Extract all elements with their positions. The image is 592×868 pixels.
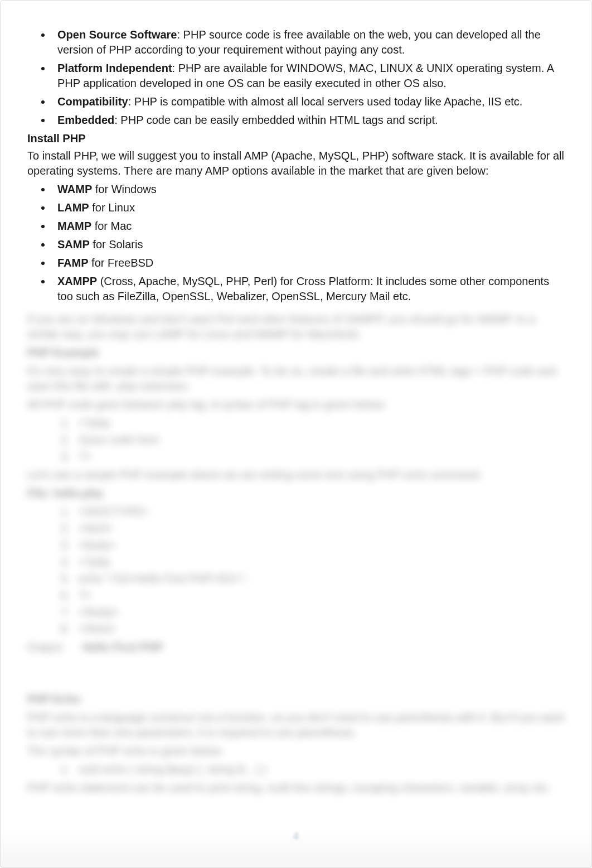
file-name: File: hello.php [27,486,565,501]
code-line: echo "<h2>Hello First PHP</h2>"; [73,571,565,586]
feature-item: Embedded: PHP code can be easily embedde… [52,113,565,128]
code-line: //your code here [73,432,565,447]
output-value: Hello First PHP [83,641,163,653]
code-block-2: <!DOCTYPE> <html> <body> <?php echo "<h2… [27,504,565,636]
code-line: ?> [73,588,565,603]
bl-text: PHP echo is a language construct not a f… [27,710,565,740]
feature-bold: Compatibility [57,95,128,108]
code-line: <body> [73,538,565,553]
feature-item: Open Source Software: PHP source code is… [52,27,565,57]
feature-bold: Embedded [57,114,114,126]
amp-item: WAMP for Windows [52,182,565,197]
document-page: Open Source Software: PHP source code is… [0,0,592,868]
code-line: void echo ( string $arg1 [, string $... … [73,762,565,777]
feature-item: Platform Independent: PHP are available … [52,61,565,91]
amp-item: XAMPP (Cross, Apache, MySQL, PHP, Perl) … [52,274,565,304]
page-content: Open Source Software: PHP source code is… [27,27,565,795]
code-line: <?php [73,554,565,570]
code-line: ?> [73,449,565,464]
features-list: Open Source Software: PHP source code is… [27,27,565,128]
feature-bold: Open Source Software [57,28,177,41]
code-line: <?php [73,416,565,431]
bl-text: All PHP code goes between php tag. A syn… [27,397,565,412]
code-line: <html> [73,521,565,536]
bl-note: If you are on Windows and don't want Per… [27,312,565,342]
php-echo-heading: PHP Echo [27,692,565,707]
code-line: <!DOCTYPE> [73,504,565,519]
code-line: </body> [73,605,565,620]
php-example-heading: PHP Example [27,345,565,360]
feature-rest: : PHP code can be easily embedded within… [114,114,438,126]
feature-item: Compatibility: PHP is compatible with al… [52,94,565,109]
amp-item: FAMP for FreeBSD [52,255,565,271]
bl-text: It's very easy to create a simple PHP ex… [27,364,565,394]
amp-item: MAMP for Mac [52,219,565,234]
bl-text: Let's see a simple PHP example where we … [27,467,565,483]
code-line: </html> [73,621,565,636]
bl-text: The syntax of PHP echo is given below: [27,744,565,759]
amp-item: SAMP for Solaris [52,237,565,252]
page-shadow [1,828,591,867]
output-label: Output: [27,641,64,653]
bl-text: PHP echo statement can be used to print … [27,780,565,795]
install-php-paragraph: To install PHP, we will suggest you to i… [27,148,565,179]
feature-rest: : PHP is compatible with almost all loca… [128,95,523,108]
amp-list: WAMP for Windows LAMP for Linux MAMP for… [27,182,565,304]
echo-syntax: void echo ( string $arg1 [, string $... … [27,762,565,777]
code-block-1: <?php //your code here ?> [27,416,565,464]
blurred-content: If you are on Windows and don't want Per… [27,312,565,795]
amp-item: LAMP for Linux [52,200,565,215]
feature-bold: Platform Independent [57,62,172,74]
output-line: Output: Hello First PHP [27,640,565,655]
install-php-heading: Install PHP [27,131,565,146]
